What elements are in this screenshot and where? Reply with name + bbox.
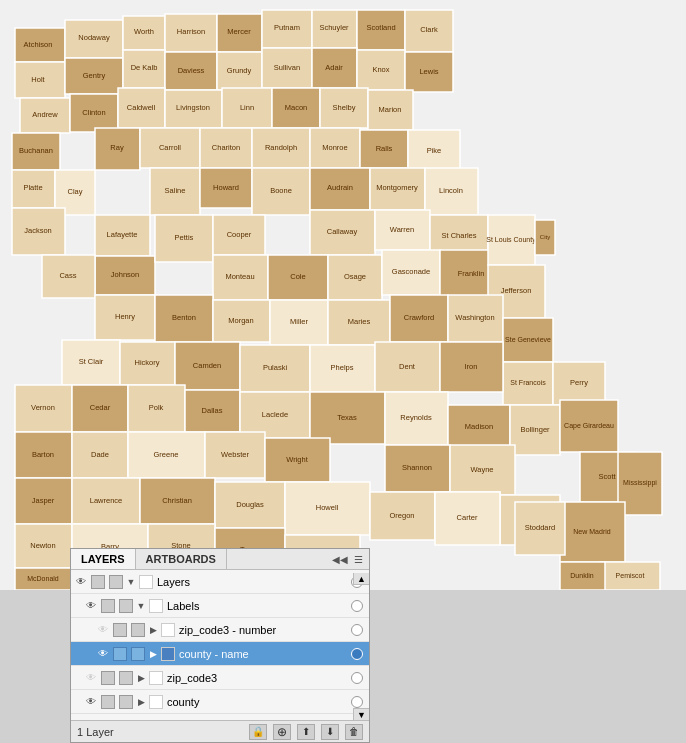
svg-text:Dallas: Dallas <box>202 406 223 415</box>
swatch-county-name <box>113 647 127 661</box>
svg-text:New Madrid: New Madrid <box>573 528 610 535</box>
svg-text:Madison: Madison <box>465 422 493 431</box>
move-down-button[interactable]: ⬇ <box>321 724 339 740</box>
layer-name-county: county <box>165 696 347 708</box>
svg-text:Washington: Washington <box>455 313 494 322</box>
lock-button[interactable]: 🔒 <box>249 724 267 740</box>
circle-zip-number[interactable] <box>351 624 363 636</box>
visibility-icon-zip3[interactable]: 👁 <box>83 670 99 686</box>
expand-zip3[interactable]: ▶ <box>135 672 147 684</box>
svg-text:Marion: Marion <box>379 105 402 114</box>
swatch-zip-number <box>113 623 127 637</box>
visibility-icon-labels[interactable]: 👁 <box>83 598 99 614</box>
thumb-county-name <box>161 647 175 661</box>
svg-text:Grundy: Grundy <box>227 66 252 75</box>
layer-row-zipcode3-number[interactable]: 👁 ▶ zip_code3 - number <box>71 618 369 642</box>
svg-text:Laclede: Laclede <box>262 410 288 419</box>
delete-layer-button[interactable]: 🗑 <box>345 724 363 740</box>
svg-text:Oregon: Oregon <box>389 511 414 520</box>
svg-text:St Louis County: St Louis County <box>486 236 536 244</box>
visibility-icon-layers[interactable]: 👁 <box>73 574 89 590</box>
tab-artboards[interactable]: ARTBOARDS <box>136 549 227 569</box>
svg-text:Holt: Holt <box>31 75 45 84</box>
svg-text:Chariton: Chariton <box>212 143 240 152</box>
svg-text:Clark: Clark <box>420 25 438 34</box>
svg-text:Douglas: Douglas <box>236 500 264 509</box>
svg-text:Newton: Newton <box>30 541 55 550</box>
panel-menu-button[interactable]: ☰ <box>352 553 365 566</box>
svg-text:Gasconade: Gasconade <box>392 267 430 276</box>
svg-text:Phelps: Phelps <box>331 363 354 372</box>
layer-name-county-name: county - name <box>177 648 347 660</box>
svg-text:Lewis: Lewis <box>419 67 438 76</box>
svg-text:Greene: Greene <box>153 450 178 459</box>
circle-labels[interactable] <box>351 600 363 612</box>
layer-row-layers[interactable]: 👁 ▼ Layers <box>71 570 369 594</box>
svg-text:Carroll: Carroll <box>159 143 181 152</box>
visibility-icon-county-name[interactable]: 👁 <box>95 646 111 662</box>
scroll-up-button[interactable]: ▲ <box>353 573 369 585</box>
svg-text:Bollinger: Bollinger <box>520 425 550 434</box>
expand-county[interactable]: ▶ <box>135 696 147 708</box>
svg-text:Worth: Worth <box>134 27 154 36</box>
svg-text:Pulaski: Pulaski <box>263 363 288 372</box>
expand-county-name[interactable]: ▶ <box>147 648 159 660</box>
panel-footer: 1 Layer 🔒 ⊕ ⬆ ⬇ 🗑 <box>71 720 369 742</box>
circle-county[interactable] <box>351 696 363 708</box>
svg-text:Harrison: Harrison <box>177 27 205 36</box>
circle-zip3[interactable] <box>351 672 363 684</box>
svg-text:Lawrence: Lawrence <box>90 496 123 505</box>
collapse-panel-button[interactable]: ◀◀ <box>330 553 350 566</box>
swatch-county <box>101 695 115 709</box>
svg-text:Miller: Miller <box>290 317 308 326</box>
move-up-button[interactable]: ⬆ <box>297 724 315 740</box>
tab-layers[interactable]: LAYERS <box>71 549 136 569</box>
layer-name-labels: Labels <box>165 600 347 612</box>
expand-labels[interactable]: ▼ <box>135 600 147 612</box>
svg-text:Sullivan: Sullivan <box>274 63 300 72</box>
scroll-down-button[interactable]: ▼ <box>353 708 369 720</box>
svg-text:Carter: Carter <box>457 513 478 522</box>
svg-text:Cooper: Cooper <box>227 230 252 239</box>
layer-row-county-name[interactable]: 👁 ▶ county - name <box>71 642 369 666</box>
svg-text:Howell: Howell <box>316 503 339 512</box>
svg-text:Clinton: Clinton <box>82 108 105 117</box>
svg-text:Vernon: Vernon <box>31 403 55 412</box>
svg-text:Cedar: Cedar <box>90 403 111 412</box>
swatch-layers <box>91 575 105 589</box>
svg-text:Platte: Platte <box>23 183 42 192</box>
svg-text:Barton: Barton <box>32 450 54 459</box>
svg-text:Nodaway: Nodaway <box>78 33 110 42</box>
circle-county-name[interactable] <box>351 648 363 660</box>
svg-text:Boone: Boone <box>270 186 292 195</box>
visibility-icon-zip-number[interactable]: 👁 <box>95 622 111 638</box>
visibility-icon-county[interactable]: 👁 <box>83 694 99 710</box>
svg-text:Randolph: Randolph <box>265 143 297 152</box>
svg-text:Callaway: Callaway <box>327 227 358 236</box>
svg-text:Texas: Texas <box>337 413 357 422</box>
new-layer-button[interactable]: ⊕ <box>273 724 291 740</box>
svg-text:Putnam: Putnam <box>274 23 300 32</box>
expand-layers[interactable]: ▼ <box>125 576 137 588</box>
expand-zip-number[interactable]: ▶ <box>147 624 159 636</box>
svg-text:Howard: Howard <box>213 183 239 192</box>
svg-text:Webster: Webster <box>221 450 249 459</box>
svg-text:Pettis: Pettis <box>175 233 194 242</box>
svg-text:Henry: Henry <box>115 312 135 321</box>
layer-row-labels[interactable]: 👁 ▼ Labels <box>71 594 369 618</box>
svg-text:McDonald: McDonald <box>27 575 59 582</box>
svg-text:Stoddard: Stoddard <box>525 523 555 532</box>
svg-text:Pike: Pike <box>427 146 442 155</box>
svg-text:Monroe: Monroe <box>322 143 347 152</box>
thumb-labels <box>149 599 163 613</box>
svg-text:St Charles: St Charles <box>441 231 476 240</box>
svg-text:Lincoln: Lincoln <box>439 186 463 195</box>
svg-text:Shelby: Shelby <box>333 103 356 112</box>
layer-row-county[interactable]: 👁 ▶ county <box>71 690 369 714</box>
svg-text:Macon: Macon <box>285 103 308 112</box>
layer-row-zipcode3[interactable]: 👁 ▶ zip_code3 <box>71 666 369 690</box>
svg-text:Shannon: Shannon <box>402 463 432 472</box>
svg-text:Christian: Christian <box>162 496 192 505</box>
svg-text:Perry: Perry <box>570 378 588 387</box>
svg-text:Pemiscot: Pemiscot <box>616 572 645 579</box>
